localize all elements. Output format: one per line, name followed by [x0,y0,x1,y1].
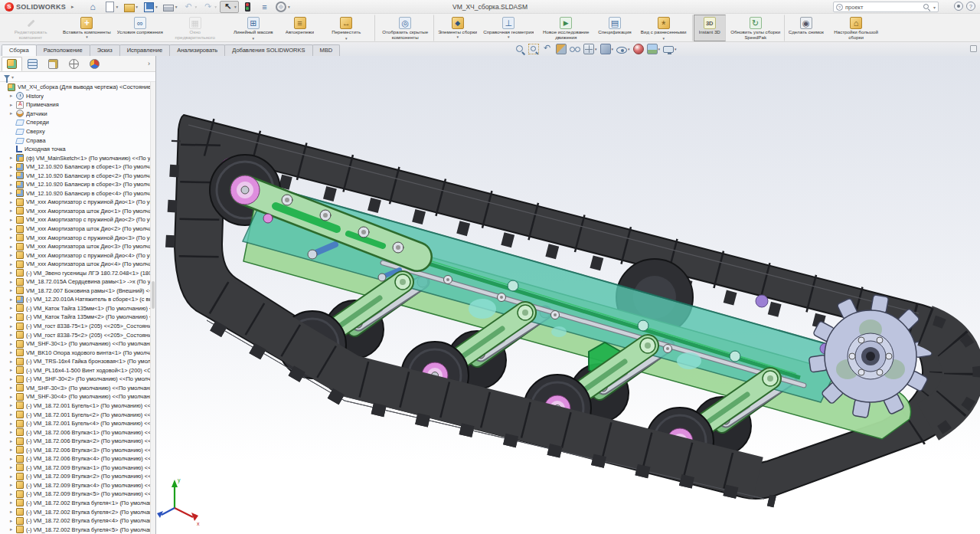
tree-item[interactable]: VM_xxx Амортизатора шток Дио<4> (По умол… [0,260,155,269]
expand-arrow-icon[interactable] [10,102,16,108]
tree-item[interactable]: VM_BK10 Опора ходового винта<1> (По умол… [0,348,155,357]
ribbon-button[interactable]: Instant 3D ▾ [694,15,726,41]
dropdown-caret-icon[interactable]: ▾ [675,47,677,51]
account-icon[interactable] [954,2,963,11]
panel-expand-arrow-icon[interactable] [148,60,155,67]
ribbon-button[interactable]: Вид с разнесенными частями ▾ [635,15,693,41]
tree-item[interactable]: VM_18.72.007 Боковина рамы<1> (Внешний) … [0,287,155,296]
tree-scrollbar-thumb[interactable] [152,281,155,309]
quick-access-button[interactable]: ▾ [256,1,273,13]
tree-item[interactable]: (-) VM_Каток Тайга 135мм<1> (По умолчани… [0,304,155,313]
search-box[interactable]: ? ▾ [833,2,939,12]
tree-item[interactable]: (-) VM_18.72.006 Втулка<2> (По умолчанию… [0,437,155,446]
dropdown-caret-icon[interactable]: ▾ [214,5,217,9]
expand-arrow-icon[interactable] [10,464,16,470]
expand-arrow-icon[interactable] [10,287,16,293]
expand-arrow-icon[interactable] [10,199,16,205]
quick-access-button[interactable]: ▾ [85,1,101,13]
quick-access-button[interactable]: ▾ [273,1,292,13]
expand-arrow-icon[interactable] [10,244,16,250]
ribbon-button[interactable]: Линейный массив компонентов ▾ [224,15,283,41]
quick-access-button[interactable]: ▾ [121,1,140,13]
ribbon-button[interactable]: Сделать снимок ▾ [786,15,827,41]
expand-arrow-icon[interactable] [10,482,16,488]
expand-arrow-icon[interactable] [10,509,16,515]
quick-access-button[interactable]: ▾ [161,1,180,13]
ribbon-button[interactable]: Новое исследование движения ▾ [537,15,595,41]
tree-item[interactable]: VM_12.10.920 Балансир в сборе<2> (По умо… [0,171,155,180]
expand-arrow-icon[interactable] [10,491,16,497]
heads-up-button[interactable]: ▾ [647,44,661,54]
tree-item[interactable]: (-) VM_18.72.009 Втулка<1> (По умолчанию… [0,464,155,473]
tree-item[interactable]: (-) VM_18.72.009 Втулка<2> (По умолчанию… [0,472,155,481]
quick-access-button[interactable]: ▾ [102,1,121,13]
tree-item[interactable]: VM_SHF-30<3> (По умолчанию) <<По умолчан… [0,384,155,393]
command-tab[interactable]: Добавления SOLIDWORKS [224,44,312,57]
search-input[interactable] [845,4,920,11]
ribbon-button[interactable]: Вставить компоненты ▾ [60,15,114,41]
dropdown-caret-icon[interactable]: ▾ [155,5,158,9]
tree-item[interactable]: (-) VM_SHF-30<2> (По умолчанию) <<По умо… [0,375,155,384]
tree-item[interactable]: (-) VM_гост 8338-75<2> (205) <<205>_Сост… [0,330,155,339]
expand-arrow-icon[interactable] [10,208,16,214]
help-icon[interactable]: ? [966,2,975,11]
dropdown-caret-icon[interactable]: ▾ [175,5,178,9]
expand-arrow-icon[interactable] [10,305,16,311]
tree-filter-row[interactable]: ▾ [0,72,155,82]
panel-tab[interactable] [43,57,64,71]
expand-arrow-icon[interactable] [10,226,16,232]
tree-item[interactable]: VM_ХЧ_сборка (Для вывода чертежа) <Состо… [0,83,155,92]
tree-item[interactable]: (-) VM_Каток Тайга 135мм<2> (По умолчани… [0,313,155,322]
expand-arrow-icon[interactable] [10,411,16,418]
tree-item[interactable]: VM_12.10.920 Балансир в сборе<1> (По умо… [0,162,155,172]
expand-arrow-icon[interactable] [10,182,16,188]
dropdown-caret-icon[interactable]: ▾ [662,37,665,41]
expand-arrow-icon[interactable] [10,190,16,196]
ribbon-button[interactable]: Справочная геометрия ▾ [480,15,537,41]
dropdown-caret-icon[interactable]: ▾ [456,35,459,39]
tree-item[interactable]: (-) VM_12.20.010A Натяжитель в сборе<1> … [0,295,155,304]
tree-item[interactable]: (-) VM_Звено гусеницы ЛГЭ 180.72.048<1> … [0,268,155,277]
heads-up-button[interactable]: ▾ [556,44,567,54]
assembly-3d-view[interactable]: x y [153,56,980,534]
quick-access-button[interactable]: ▾ [240,1,256,13]
tree-item[interactable]: VM_18.72.015A Сердцевина рамы<1> ->x (По… [0,277,155,287]
dropdown-caret-icon[interactable]: ▾ [288,5,290,9]
panel-tab[interactable] [2,57,22,71]
dropdown-caret-icon[interactable]: ▾ [86,35,88,39]
expand-arrow-icon[interactable] [10,314,16,320]
tree-item[interactable]: (-) VM_18.72.006 Втулка<4> (По умолчанию… [0,454,155,464]
tree-item[interactable]: (-) VM_18.72.002 Втулка бугеля<1> (По ум… [0,499,155,508]
quick-access-button[interactable]: ▾ [220,1,239,13]
panel-tab[interactable] [22,57,43,71]
tree-item[interactable]: (ф) VM_MainSketch<1> (По умолчанию) <<По… [0,153,155,162]
expand-arrow-icon[interactable] [10,447,16,453]
menu-expand-arrow[interactable]: ▸ [71,4,74,10]
tree-item[interactable]: (-) VM_TRS-16x4 Гайка бронзовая<1> (По у… [0,357,155,366]
expand-arrow-icon[interactable] [10,217,16,223]
expand-arrow-icon[interactable] [10,518,16,524]
heads-up-button[interactable]: ▾ [570,44,580,54]
command-tab[interactable]: Анализировать [169,44,225,57]
heads-up-button[interactable]: ▾ [663,45,677,53]
idler-hub[interactable] [230,175,260,205]
tree-item[interactable]: VM_12.10.920 Балансир в сборе<4> (По умо… [0,189,155,198]
expand-arrow-icon[interactable] [10,438,16,444]
search-caret-icon[interactable]: ▾ [933,5,936,10]
ribbon-button[interactable]: Переместить компонент ▾ [317,15,375,41]
expand-arrow-icon[interactable] [10,500,16,506]
expand-arrow-icon[interactable] [10,155,16,161]
tree-item[interactable]: VM_xxx Амортизатора шток Дио<3> (По умол… [0,242,155,251]
ribbon-button[interactable]: Отобразить скрытые компоненты ▾ [376,15,434,41]
expand-arrow-icon[interactable] [10,349,16,355]
dropdown-caret-icon[interactable]: ▾ [595,47,597,51]
tree-item[interactable]: VM_SHF-30<1> (По умолчанию) <<По умолчан… [0,339,155,349]
expand-arrow-icon[interactable] [10,234,16,241]
ribbon-button[interactable]: Условия сопряжения ▾ [114,15,166,41]
expand-arrow-icon[interactable] [10,279,16,285]
tree-item[interactable]: (-) VM_18.72.002 Втулка бугеля<4> (По ум… [0,516,155,526]
heads-up-button[interactable]: ▾ [514,44,525,54]
tree-item[interactable]: (-) VM_18.72.009 Втулка<5> (По умолчанию… [0,490,155,499]
expand-arrow-icon[interactable] [10,429,16,435]
tree-item[interactable]: VM_SHF-30<4> (По умолчанию) <<По умолчан… [0,392,155,401]
